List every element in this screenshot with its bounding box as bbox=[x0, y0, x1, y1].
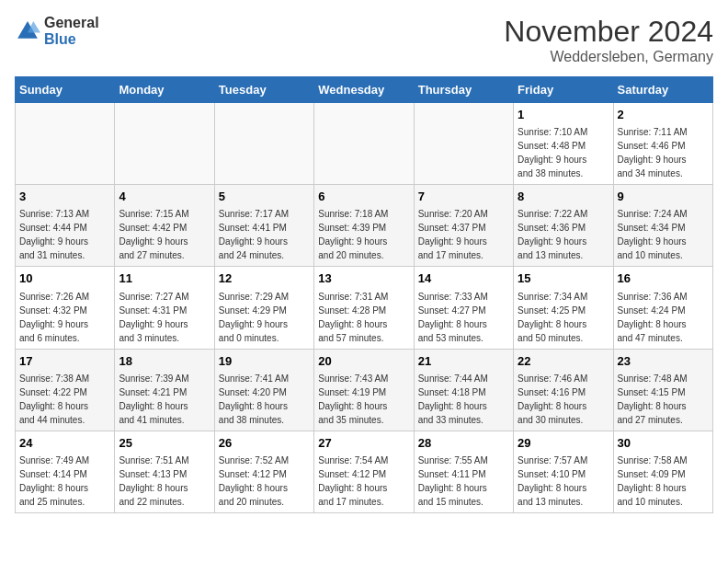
logo: General Blue bbox=[15, 15, 99, 47]
day-number: 1 bbox=[518, 107, 609, 123]
day-info: Sunrise: 7:10 AM Sunset: 4:48 PM Dayligh… bbox=[518, 125, 609, 180]
title-area: November 2024 Weddersleben, Germany bbox=[504, 15, 713, 65]
day-number: 15 bbox=[518, 270, 609, 287]
calendar-cell: 22Sunrise: 7:46 AM Sunset: 4:16 PM Dayli… bbox=[514, 349, 613, 431]
day-info: Sunrise: 7:51 AM Sunset: 4:13 PM Dayligh… bbox=[119, 454, 210, 509]
calendar-cell: 26Sunrise: 7:52 AM Sunset: 4:12 PM Dayli… bbox=[214, 431, 313, 512]
weekday-header-sunday: Sunday bbox=[16, 77, 115, 103]
calendar-cell: 27Sunrise: 7:54 AM Sunset: 4:12 PM Dayli… bbox=[314, 431, 414, 512]
location-title: Weddersleben, Germany bbox=[504, 49, 713, 65]
day-number: 8 bbox=[518, 189, 609, 205]
calendar-cell: 25Sunrise: 7:51 AM Sunset: 4:13 PM Dayli… bbox=[115, 431, 214, 512]
day-info: Sunrise: 7:41 AM Sunset: 4:20 PM Dayligh… bbox=[219, 372, 310, 427]
day-number: 2 bbox=[618, 107, 709, 123]
day-number: 25 bbox=[119, 435, 210, 452]
day-info: Sunrise: 7:15 AM Sunset: 4:42 PM Dayligh… bbox=[119, 207, 210, 262]
day-info: Sunrise: 7:17 AM Sunset: 4:41 PM Dayligh… bbox=[219, 207, 310, 262]
calendar-cell: 6Sunrise: 7:18 AM Sunset: 4:39 PM Daylig… bbox=[314, 185, 414, 267]
day-number: 14 bbox=[418, 270, 509, 287]
day-number: 21 bbox=[418, 353, 509, 370]
calendar-cell: 3Sunrise: 7:13 AM Sunset: 4:44 PM Daylig… bbox=[16, 185, 115, 267]
calendar-cell: 9Sunrise: 7:24 AM Sunset: 4:34 PM Daylig… bbox=[613, 185, 712, 267]
day-info: Sunrise: 7:43 AM Sunset: 4:19 PM Dayligh… bbox=[318, 372, 409, 427]
weekday-header-thursday: Thursday bbox=[414, 77, 513, 103]
calendar-cell bbox=[16, 103, 115, 185]
calendar-cell: 2Sunrise: 7:11 AM Sunset: 4:46 PM Daylig… bbox=[613, 103, 712, 185]
day-number: 28 bbox=[418, 435, 509, 452]
day-info: Sunrise: 7:58 AM Sunset: 4:09 PM Dayligh… bbox=[618, 454, 709, 509]
calendar-cell: 15Sunrise: 7:34 AM Sunset: 4:25 PM Dayli… bbox=[514, 267, 613, 349]
day-number: 9 bbox=[618, 189, 709, 205]
calendar-cell: 17Sunrise: 7:38 AM Sunset: 4:22 PM Dayli… bbox=[16, 349, 115, 431]
day-number: 4 bbox=[119, 189, 210, 205]
day-number: 5 bbox=[219, 189, 310, 205]
day-info: Sunrise: 7:39 AM Sunset: 4:21 PM Dayligh… bbox=[119, 372, 210, 427]
day-info: Sunrise: 7:31 AM Sunset: 4:28 PM Dayligh… bbox=[318, 290, 409, 345]
calendar-cell: 20Sunrise: 7:43 AM Sunset: 4:19 PM Dayli… bbox=[314, 349, 414, 431]
day-number: 19 bbox=[219, 353, 310, 370]
calendar-cell: 12Sunrise: 7:29 AM Sunset: 4:29 PM Dayli… bbox=[214, 267, 313, 349]
day-number: 16 bbox=[618, 270, 709, 287]
calendar-cell: 23Sunrise: 7:48 AM Sunset: 4:15 PM Dayli… bbox=[613, 349, 712, 431]
day-number: 13 bbox=[318, 270, 409, 287]
calendar-cell bbox=[314, 103, 414, 185]
day-info: Sunrise: 7:54 AM Sunset: 4:12 PM Dayligh… bbox=[318, 454, 409, 509]
day-info: Sunrise: 7:34 AM Sunset: 4:25 PM Dayligh… bbox=[518, 290, 609, 345]
calendar-week-row: 1Sunrise: 7:10 AM Sunset: 4:48 PM Daylig… bbox=[16, 103, 713, 185]
calendar-cell: 8Sunrise: 7:22 AM Sunset: 4:36 PM Daylig… bbox=[514, 185, 613, 267]
day-info: Sunrise: 7:48 AM Sunset: 4:15 PM Dayligh… bbox=[618, 372, 709, 427]
calendar-cell bbox=[214, 103, 313, 185]
calendar-week-row: 24Sunrise: 7:49 AM Sunset: 4:14 PM Dayli… bbox=[16, 431, 713, 512]
day-info: Sunrise: 7:18 AM Sunset: 4:39 PM Dayligh… bbox=[318, 207, 409, 262]
day-number: 10 bbox=[19, 270, 110, 287]
weekday-header-tuesday: Tuesday bbox=[214, 77, 313, 103]
calendar-cell: 7Sunrise: 7:20 AM Sunset: 4:37 PM Daylig… bbox=[414, 185, 513, 267]
page-header: General Blue November 2024 Weddersleben,… bbox=[15, 15, 713, 65]
day-number: 29 bbox=[518, 435, 609, 452]
day-number: 27 bbox=[318, 435, 409, 452]
day-number: 26 bbox=[219, 435, 310, 452]
day-number: 30 bbox=[618, 435, 709, 452]
weekday-header-monday: Monday bbox=[115, 77, 214, 103]
day-info: Sunrise: 7:24 AM Sunset: 4:34 PM Dayligh… bbox=[618, 207, 709, 262]
calendar-week-row: 17Sunrise: 7:38 AM Sunset: 4:22 PM Dayli… bbox=[16, 349, 713, 431]
calendar-cell: 13Sunrise: 7:31 AM Sunset: 4:28 PM Dayli… bbox=[314, 267, 414, 349]
day-info: Sunrise: 7:52 AM Sunset: 4:12 PM Dayligh… bbox=[219, 454, 310, 509]
calendar-cell: 5Sunrise: 7:17 AM Sunset: 4:41 PM Daylig… bbox=[214, 185, 313, 267]
day-info: Sunrise: 7:22 AM Sunset: 4:36 PM Dayligh… bbox=[518, 207, 609, 262]
day-info: Sunrise: 7:49 AM Sunset: 4:14 PM Dayligh… bbox=[19, 454, 110, 509]
day-number: 23 bbox=[618, 353, 709, 370]
calendar-cell: 4Sunrise: 7:15 AM Sunset: 4:42 PM Daylig… bbox=[115, 185, 214, 267]
calendar-table: SundayMondayTuesdayWednesdayThursdayFrid… bbox=[15, 76, 713, 513]
day-number: 18 bbox=[119, 353, 210, 370]
day-info: Sunrise: 7:13 AM Sunset: 4:44 PM Dayligh… bbox=[19, 207, 110, 262]
calendar-cell: 10Sunrise: 7:26 AM Sunset: 4:32 PM Dayli… bbox=[16, 267, 115, 349]
month-title: November 2024 bbox=[504, 15, 713, 49]
calendar-cell: 29Sunrise: 7:57 AM Sunset: 4:10 PM Dayli… bbox=[514, 431, 613, 512]
calendar-cell: 14Sunrise: 7:33 AM Sunset: 4:27 PM Dayli… bbox=[414, 267, 513, 349]
day-info: Sunrise: 7:44 AM Sunset: 4:18 PM Dayligh… bbox=[418, 372, 509, 427]
day-info: Sunrise: 7:20 AM Sunset: 4:37 PM Dayligh… bbox=[418, 207, 509, 262]
weekday-header-wednesday: Wednesday bbox=[314, 77, 414, 103]
calendar-cell: 24Sunrise: 7:49 AM Sunset: 4:14 PM Dayli… bbox=[16, 431, 115, 512]
day-info: Sunrise: 7:33 AM Sunset: 4:27 PM Dayligh… bbox=[418, 290, 509, 345]
calendar-week-row: 3Sunrise: 7:13 AM Sunset: 4:44 PM Daylig… bbox=[16, 185, 713, 267]
calendar-cell: 30Sunrise: 7:58 AM Sunset: 4:09 PM Dayli… bbox=[613, 431, 712, 512]
calendar-week-row: 10Sunrise: 7:26 AM Sunset: 4:32 PM Dayli… bbox=[16, 267, 713, 349]
calendar-cell: 18Sunrise: 7:39 AM Sunset: 4:21 PM Dayli… bbox=[115, 349, 214, 431]
day-info: Sunrise: 7:46 AM Sunset: 4:16 PM Dayligh… bbox=[518, 372, 609, 427]
day-info: Sunrise: 7:36 AM Sunset: 4:24 PM Dayligh… bbox=[618, 290, 709, 345]
day-number: 17 bbox=[19, 353, 110, 370]
day-info: Sunrise: 7:11 AM Sunset: 4:46 PM Dayligh… bbox=[618, 125, 709, 180]
calendar-cell: 28Sunrise: 7:55 AM Sunset: 4:11 PM Dayli… bbox=[414, 431, 513, 512]
calendar-cell: 19Sunrise: 7:41 AM Sunset: 4:20 PM Dayli… bbox=[214, 349, 313, 431]
day-number: 11 bbox=[119, 270, 210, 287]
calendar-cell: 1Sunrise: 7:10 AM Sunset: 4:48 PM Daylig… bbox=[514, 103, 613, 185]
day-number: 20 bbox=[318, 353, 409, 370]
day-number: 12 bbox=[219, 270, 310, 287]
calendar-cell bbox=[414, 103, 513, 185]
day-info: Sunrise: 7:27 AM Sunset: 4:31 PM Dayligh… bbox=[119, 290, 210, 345]
day-number: 24 bbox=[19, 435, 110, 452]
logo-blue: Blue bbox=[44, 31, 99, 48]
day-number: 22 bbox=[518, 353, 609, 370]
